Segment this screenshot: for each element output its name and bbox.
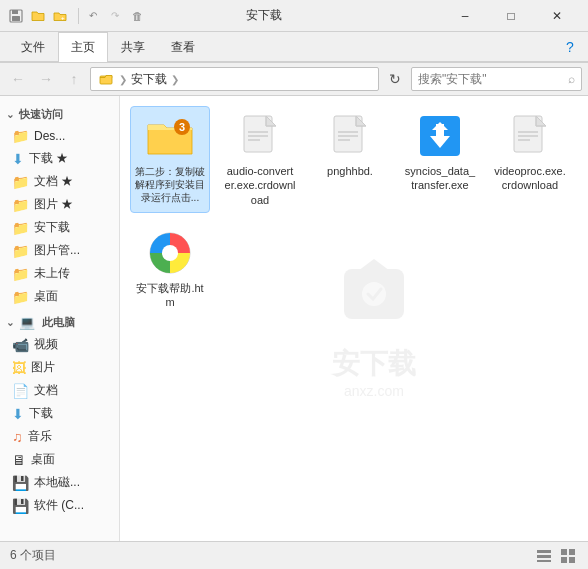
file-label-png: pnghhbd. — [327, 164, 373, 178]
sidebar-item-documents[interactable]: 📄 文档 — [0, 379, 119, 402]
tab-file[interactable]: 文件 — [8, 32, 58, 62]
file-icon-htm — [146, 229, 194, 277]
title-bar: + ↶ ↷ 🗑 安下载 – □ ✕ — [0, 0, 588, 32]
sidebar-item-videos[interactable]: 📹 视频 — [0, 333, 119, 356]
sidebar-item-anzaixia[interactable]: 📁 安下载 — [0, 216, 119, 239]
this-pc-section: ⌄ 💻 此电脑 📹 视频 🖼 图片 📄 文档 ⬇ 下载 ♫ — [0, 310, 119, 519]
svg-rect-29 — [561, 557, 567, 563]
sidebar-item-music[interactable]: ♫ 音乐 — [0, 425, 119, 448]
address-bar: ← → ↑ ❯ 安下载 ❯ ↻ ⌕ — [0, 63, 588, 96]
tab-share[interactable]: 共享 — [108, 32, 158, 62]
this-pc-header: ⌄ 💻 此电脑 — [0, 312, 119, 333]
help-button[interactable]: ? — [560, 34, 580, 60]
video-folder-icon: 📹 — [12, 337, 29, 353]
minimize-button[interactable]: – — [442, 0, 488, 32]
disk-icon: 💾 — [12, 475, 29, 491]
content-area: 安下载 anxz.com 3 第二步：复制破解程序到安装目录运行点击... — [120, 96, 588, 541]
sidebar-item-local-disk[interactable]: 💾 本地磁... — [0, 471, 119, 494]
sidebar-item-soft-drive[interactable]: 💾 软件 (C... — [0, 494, 119, 517]
sidebar-item-desktop3[interactable]: 🖥 桌面 — [0, 448, 119, 471]
title-bar-controls: – □ ✕ — [442, 0, 580, 32]
svg-text:+: + — [61, 15, 65, 21]
file-icon-videoproc — [506, 112, 554, 160]
forward-button[interactable]: → — [34, 67, 58, 91]
watermark: 安下载 anxz.com — [324, 239, 424, 399]
list-view-button[interactable] — [534, 546, 554, 566]
tab-home[interactable]: 主页 — [58, 32, 108, 62]
sidebar-item-picmgr[interactable]: 📁 图片管... — [0, 239, 119, 262]
folder-icon-anzaixia: 📁 — [12, 220, 29, 236]
watermark-text: 安下载 — [324, 345, 424, 383]
up-button[interactable]: ↑ — [62, 67, 86, 91]
file-item-htm[interactable]: 安下载帮助.htm — [130, 223, 210, 316]
file-item-syncios[interactable]: syncios_data_transfer.exe — [400, 106, 480, 213]
file-item-videoproc[interactable]: videoproc.exe.crdownload — [490, 106, 570, 213]
sidebar-item-download[interactable]: ⬇ 下载 ★ — [0, 147, 119, 170]
folder-icon: 📁 — [12, 128, 29, 144]
sidebar-item-notup[interactable]: 📁 未上传 — [0, 262, 119, 285]
sidebar-item-docs[interactable]: 📁 文档 ★ — [0, 170, 119, 193]
folder-icon-picmgr: 📁 — [12, 243, 29, 259]
sidebar-item-desktop[interactable]: 📁 Des... — [0, 125, 119, 147]
tb-icon-new-folder[interactable] — [30, 8, 46, 24]
desk-folder-icon: 🖥 — [12, 452, 26, 468]
breadcrumb-separator: ❯ — [119, 74, 127, 85]
folder-icon-notup: 📁 — [12, 266, 29, 282]
tb-icon-new-folder2[interactable]: + — [52, 8, 68, 24]
svg-text:3: 3 — [179, 121, 185, 133]
watermark-sub: anxz.com — [324, 383, 424, 399]
breadcrumb-root[interactable] — [99, 72, 115, 87]
svg-rect-26 — [537, 560, 551, 562]
maximize-button[interactable]: □ — [488, 0, 534, 32]
file-icon-syncios — [416, 112, 464, 160]
back-button[interactable]: ← — [6, 67, 30, 91]
svg-rect-25 — [537, 555, 551, 558]
search-input[interactable] — [418, 72, 568, 86]
search-box[interactable]: ⌕ — [411, 67, 582, 91]
status-bar: 6 个项目 — [0, 541, 588, 569]
svg-rect-24 — [537, 550, 551, 553]
file-label-syncios: syncios_data_transfer.exe — [404, 164, 476, 193]
file-label-htm: 安下载帮助.htm — [134, 281, 206, 310]
view-controls — [534, 546, 578, 566]
divider — [78, 8, 79, 24]
file-item-folder[interactable]: 3 第二步：复制破解程序到安装目录运行点击... — [130, 106, 210, 213]
item-count: 6 个项目 — [10, 547, 56, 564]
svg-rect-30 — [569, 557, 575, 563]
file-label-folder: 第二步：复制破解程序到安装目录运行点击... — [135, 165, 205, 204]
drive-icon: 💾 — [12, 498, 29, 514]
breadcrumb-folder[interactable]: 安下载 — [131, 71, 167, 88]
address-input[interactable]: ❯ 安下载 ❯ — [90, 67, 379, 91]
file-icon-audio — [236, 112, 284, 160]
search-icon: ⌕ — [568, 72, 575, 86]
svg-rect-28 — [569, 549, 575, 555]
folder-icon-desk: 📁 — [12, 289, 29, 305]
download-folder-icon: ⬇ — [12, 151, 24, 167]
svg-rect-5 — [344, 269, 404, 319]
file-item-audio[interactable]: audio-converter.exe.crdownload — [220, 106, 300, 213]
svg-point-6 — [362, 282, 386, 306]
sidebar: ⌄ 快速访问 📁 Des... ⬇ 下载 ★ 📁 文档 ★ 📁 图片 ★ 📁 — [0, 96, 120, 541]
breadcrumb-separator2: ❯ — [171, 74, 179, 85]
tab-view[interactable]: 查看 — [158, 32, 208, 62]
refresh-button[interactable]: ↻ — [383, 67, 407, 91]
sidebar-item-pictures[interactable]: 📁 图片 ★ — [0, 193, 119, 216]
file-item-png[interactable]: pnghhbd. — [310, 106, 390, 213]
sidebar-item-desktop2[interactable]: 📁 桌面 — [0, 285, 119, 308]
file-label-videoproc: videoproc.exe.crdownload — [494, 164, 566, 193]
svg-rect-27 — [561, 549, 567, 555]
sidebar-item-downloads[interactable]: ⬇ 下载 — [0, 402, 119, 425]
svg-rect-1 — [12, 10, 18, 14]
tb-icon-save[interactable] — [8, 8, 24, 24]
sidebar-item-photos[interactable]: 🖼 图片 — [0, 356, 119, 379]
quick-access-section: ⌄ 快速访问 📁 Des... ⬇ 下载 ★ 📁 文档 ★ 📁 图片 ★ 📁 — [0, 102, 119, 310]
svg-rect-2 — [12, 16, 20, 21]
ribbon-tabs: 文件 主页 共享 查看 ? — [0, 32, 588, 62]
ribbon: 文件 主页 共享 查看 ? — [0, 32, 588, 63]
breadcrumb: ❯ 安下载 ❯ — [99, 71, 181, 88]
close-button[interactable]: ✕ — [534, 0, 580, 32]
quick-access-header: ⌄ 快速访问 — [0, 104, 119, 125]
tile-view-button[interactable] — [558, 546, 578, 566]
file-icon-folder: 3 — [146, 113, 194, 161]
pic-folder-icon: 🖼 — [12, 360, 26, 376]
